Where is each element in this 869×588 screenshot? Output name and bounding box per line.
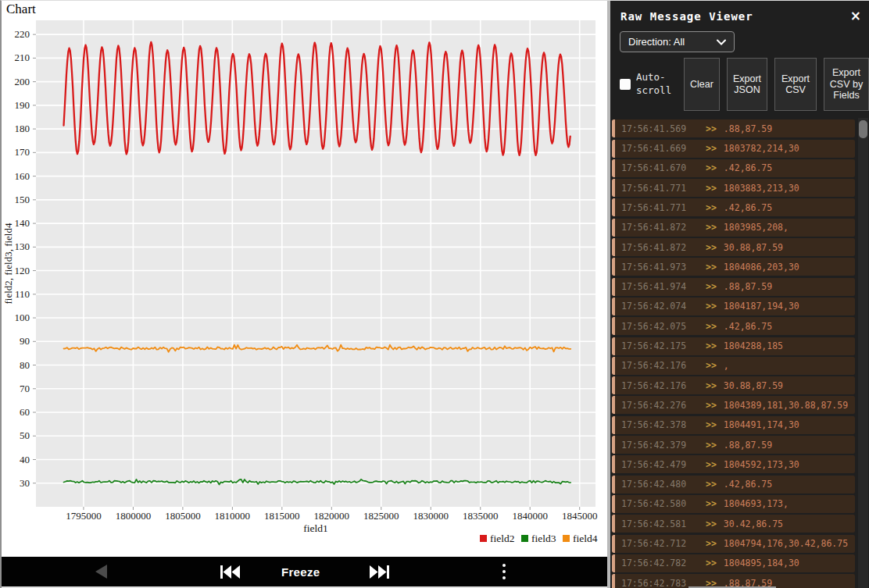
message-timestamp: 17:56:42.378 [621, 419, 701, 430]
message-timestamp: 17:56:42.176 [621, 380, 701, 391]
line-chart: 3040506070809010011012013014015016017018… [2, 1, 607, 557]
message-timestamp: 17:56:42.176 [621, 360, 701, 371]
message-timestamp: 17:56:42.379 [621, 440, 701, 451]
skip-to-start-button[interactable] [220, 557, 240, 586]
row-accent-bar [612, 535, 615, 553]
message-row[interactable]: 17:56:41.771>>.42,86.75 [612, 198, 855, 216]
message-row[interactable]: 17:56:42.580>>1804693,173, [612, 495, 855, 513]
rx-arrow-icon: >> [706, 558, 717, 568]
message-row[interactable]: 17:56:42.581>>30.42,86.75 [612, 515, 855, 533]
message-payload: .42,86.75 [724, 202, 772, 213]
row-accent-bar [612, 198, 615, 216]
x-tick-label: 1820000 [314, 510, 350, 522]
message-list-scrollbar[interactable] [858, 118, 868, 588]
message-row[interactable]: 17:56:42.075>>.42,86.75 [612, 317, 855, 335]
close-icon[interactable]: × [850, 8, 861, 23]
legend-label-field3: field3 [531, 533, 556, 544]
message-payload: 1804187,194,30 [724, 301, 799, 312]
message-payload: 1804491,174,30 [724, 419, 799, 430]
message-payload: 30.88,87.59 [724, 380, 783, 391]
more-options-button[interactable] [502, 557, 506, 586]
message-row[interactable]: 17:56:42.479>>1804592,173,30 [612, 455, 855, 473]
message-row[interactable]: 17:56:42.379>>.88,87.59 [612, 436, 855, 454]
rx-arrow-icon: >> [706, 360, 717, 371]
x-tick-label: 1815000 [264, 510, 300, 522]
message-timestamp: 17:56:41.569 [621, 123, 701, 134]
message-row[interactable]: 17:56:41.771>>1803883,213,30 [612, 179, 855, 197]
message-row[interactable]: 17:56:42.378>>1804491,174,30 [612, 416, 855, 434]
row-accent-bar [612, 554, 615, 572]
message-payload: 1804086,203,30 [724, 262, 799, 273]
message-row[interactable]: 17:56:42.782>>1804895,184,30 [612, 554, 855, 572]
row-accent-bar [612, 159, 615, 177]
message-payload: 1804895,184,30 [724, 558, 799, 568]
rx-arrow-icon: >> [706, 340, 717, 351]
message-payload: 1803883,213,30 [724, 183, 799, 194]
export-csv-by-fields-button[interactable]: Export CSV by Fields [824, 58, 869, 111]
chart-panel: 3040506070809010011012013014015016017018… [2, 1, 607, 588]
x-tick-label: 1835000 [463, 510, 499, 522]
message-timestamp: 17:56:42.580 [621, 498, 701, 509]
x-tick-label: 1825000 [363, 510, 399, 522]
y-tick-label: 90 [20, 335, 30, 347]
x-tick-label: 1845000 [562, 510, 598, 522]
scrollbar-thumb[interactable] [859, 120, 867, 138]
message-timestamp: 17:56:41.872 [621, 222, 701, 233]
x-tick-label: 1810000 [215, 510, 251, 522]
message-payload: 1804592,173,30 [724, 459, 799, 470]
row-accent-bar [612, 495, 615, 513]
freeze-button[interactable]: Freeze [281, 557, 320, 586]
message-payload: .88,87.59 [724, 440, 772, 451]
message-timestamp: 17:56:41.974 [621, 281, 701, 292]
message-payload: , [724, 360, 729, 371]
y-tick-label: 210 [15, 52, 30, 63]
export-csv-button[interactable]: Export CSV [774, 58, 817, 111]
message-row[interactable]: 17:56:42.176>>30.88,87.59 [612, 376, 855, 394]
message-list: 17:56:41.569>>.88,87.5917:56:41.669>>180… [612, 118, 856, 588]
rx-arrow-icon: >> [706, 162, 717, 173]
row-accent-bar [612, 298, 615, 315]
back-triangle-icon [95, 565, 107, 579]
viewer-controls: Auto-scroll Clear Export JSON Export CSV… [620, 58, 864, 111]
autoscroll-control: Auto-scroll [620, 58, 677, 111]
message-payload: 1803985,208, [724, 222, 789, 233]
message-row[interactable]: 17:56:41.669>>1803782,214,30 [612, 140, 855, 158]
message-row[interactable]: 17:56:42.176>>, [612, 357, 855, 375]
message-row[interactable]: 17:56:41.973>>1804086,203,30 [612, 258, 855, 276]
message-row[interactable]: 17:56:42.712>>1804794,176,30.42,86.75 [612, 535, 855, 553]
message-row[interactable]: 17:56:42.074>>1804187,194,30 [612, 298, 855, 315]
message-timestamp: 17:56:41.670 [621, 162, 701, 173]
message-row[interactable]: 17:56:42.276>>1804389,181,30.88,87.59 [612, 396, 855, 414]
message-row[interactable]: 17:56:41.872>>30.88,87.59 [612, 238, 855, 256]
export-json-button[interactable]: Export JSON [727, 58, 767, 111]
message-timestamp: 17:56:42.479 [621, 459, 701, 470]
x-tick-label: 1800000 [116, 510, 152, 522]
clear-button[interactable]: Clear [684, 58, 720, 111]
message-timestamp: 17:56:42.712 [621, 538, 701, 549]
x-tick-label: 1840000 [512, 510, 548, 522]
legend-swatch-field4 [563, 535, 570, 542]
message-payload: .42,86.75 [724, 162, 772, 173]
chevron-down-icon [717, 39, 726, 45]
rx-arrow-icon: >> [706, 400, 717, 411]
direction-dropdown[interactable]: Direction: All [620, 31, 735, 52]
autoscroll-checkbox[interactable] [620, 79, 631, 90]
message-payload: 30.88,87.59 [724, 242, 783, 253]
rx-arrow-icon: >> [706, 183, 717, 194]
message-payload: 1803782,214,30 [724, 143, 799, 154]
message-timestamp: 17:56:42.074 [621, 301, 701, 312]
message-row[interactable]: 17:56:42.480>>.42,86.75 [612, 476, 855, 494]
message-timestamp: 17:56:41.669 [621, 143, 701, 154]
message-timestamp: 17:56:42.782 [621, 558, 701, 568]
message-row[interactable]: 17:56:42.175>>1804288,185 [612, 337, 855, 355]
message-payload: .42,86.75 [724, 321, 772, 332]
x-tick-label: 1795000 [66, 510, 102, 522]
message-row[interactable]: 17:56:41.974>>.88,87.59 [612, 278, 855, 296]
message-payload: 1804389,181,30.88,87.59 [724, 400, 848, 411]
message-row[interactable]: 17:56:41.569>>.88,87.59 [612, 119, 855, 137]
step-back-button[interactable] [95, 557, 107, 586]
message-row[interactable]: 17:56:41.670>>.42,86.75 [612, 159, 855, 177]
message-payload: 1804693,173, [724, 498, 789, 509]
skip-to-end-button[interactable] [370, 557, 389, 586]
message-row[interactable]: 17:56:41.872>>1803985,208, [612, 219, 855, 237]
